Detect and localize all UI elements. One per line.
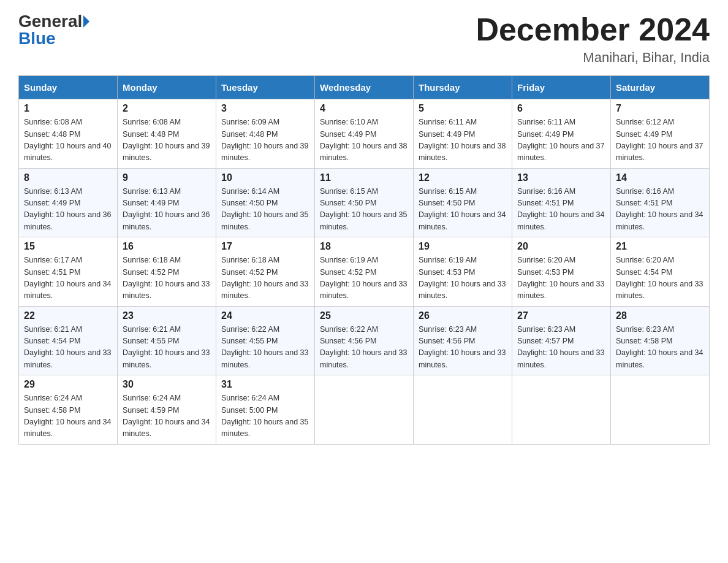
logo-arrow-icon xyxy=(83,15,89,28)
day-info: Sunrise: 6:18 AMSunset: 4:52 PMDaylight:… xyxy=(123,255,211,302)
day-number: 13 xyxy=(517,172,605,183)
day-info: Sunrise: 6:20 AMSunset: 4:54 PMDaylight:… xyxy=(616,255,704,302)
day-number: 27 xyxy=(517,310,605,321)
day-number: 24 xyxy=(221,310,309,321)
day-number: 29 xyxy=(24,379,112,390)
calendar-cell: 12 Sunrise: 6:15 AMSunset: 4:50 PMDaylig… xyxy=(414,168,512,237)
day-info: Sunrise: 6:19 AMSunset: 4:53 PMDaylight:… xyxy=(419,255,507,302)
calendar-cell: 13 Sunrise: 6:16 AMSunset: 4:51 PMDaylig… xyxy=(512,168,611,237)
day-number: 19 xyxy=(419,241,507,252)
day-info: Sunrise: 6:23 AMSunset: 4:58 PMDaylight:… xyxy=(616,324,704,372)
calendar-cell: 21 Sunrise: 6:20 AMSunset: 4:54 PMDaylig… xyxy=(611,237,710,307)
day-number: 22 xyxy=(24,310,112,321)
calendar-cell: 17 Sunrise: 6:18 AMSunset: 4:52 PMDaylig… xyxy=(216,237,315,307)
day-number: 1 xyxy=(24,103,112,114)
calendar-cell: 1 Sunrise: 6:08 AMSunset: 4:48 PMDayligh… xyxy=(19,99,118,169)
calendar-cell: 19 Sunrise: 6:19 AMSunset: 4:53 PMDaylig… xyxy=(414,237,512,307)
weekday-header-monday: Monday xyxy=(118,76,216,99)
calendar-cell xyxy=(315,375,414,445)
day-info: Sunrise: 6:12 AMSunset: 4:49 PMDaylight:… xyxy=(616,117,704,164)
day-info: Sunrise: 6:17 AMSunset: 4:51 PMDaylight:… xyxy=(24,255,112,302)
day-info: Sunrise: 6:15 AMSunset: 4:50 PMDaylight:… xyxy=(419,186,507,234)
calendar-cell: 11 Sunrise: 6:15 AMSunset: 4:50 PMDaylig… xyxy=(315,168,414,237)
calendar-cell: 31 Sunrise: 6:24 AMSunset: 5:00 PMDaylig… xyxy=(216,375,315,445)
day-info: Sunrise: 6:21 AMSunset: 4:55 PMDaylight:… xyxy=(123,324,211,372)
day-number: 28 xyxy=(616,310,704,321)
logo-text-blue: Blue xyxy=(18,29,56,48)
day-info: Sunrise: 6:13 AMSunset: 4:49 PMDaylight:… xyxy=(24,186,112,234)
day-number: 23 xyxy=(123,310,211,321)
calendar-cell: 9 Sunrise: 6:13 AMSunset: 4:49 PMDayligh… xyxy=(118,168,216,237)
day-info: Sunrise: 6:20 AMSunset: 4:53 PMDaylight:… xyxy=(517,255,605,302)
calendar-cell: 29 Sunrise: 6:24 AMSunset: 4:58 PMDaylig… xyxy=(19,375,118,445)
page-header: General Blue December 2024 Manihari, Bih… xyxy=(18,12,710,66)
month-title: December 2024 xyxy=(476,12,710,47)
calendar-cell: 24 Sunrise: 6:22 AMSunset: 4:55 PMDaylig… xyxy=(216,306,315,375)
day-info: Sunrise: 6:24 AMSunset: 4:59 PMDaylight:… xyxy=(123,393,211,440)
day-info: Sunrise: 6:18 AMSunset: 4:52 PMDaylight:… xyxy=(221,255,309,302)
day-number: 8 xyxy=(24,172,112,183)
calendar-cell: 22 Sunrise: 6:21 AMSunset: 4:54 PMDaylig… xyxy=(19,306,118,375)
day-number: 21 xyxy=(616,241,704,252)
calendar-cell: 25 Sunrise: 6:22 AMSunset: 4:56 PMDaylig… xyxy=(315,306,414,375)
day-info: Sunrise: 6:08 AMSunset: 4:48 PMDaylight:… xyxy=(24,117,112,164)
calendar-cell: 14 Sunrise: 6:16 AMSunset: 4:51 PMDaylig… xyxy=(611,168,710,237)
day-number: 31 xyxy=(221,379,309,390)
day-number: 18 xyxy=(320,241,408,252)
day-info: Sunrise: 6:15 AMSunset: 4:50 PMDaylight:… xyxy=(320,186,408,234)
day-number: 15 xyxy=(24,241,112,252)
logo: General Blue xyxy=(18,12,89,48)
day-info: Sunrise: 6:16 AMSunset: 4:51 PMDaylight:… xyxy=(616,186,704,234)
calendar-cell: 20 Sunrise: 6:20 AMSunset: 4:53 PMDaylig… xyxy=(512,237,611,307)
calendar-cell: 6 Sunrise: 6:11 AMSunset: 4:49 PMDayligh… xyxy=(512,99,611,169)
day-number: 14 xyxy=(616,172,704,183)
day-number: 17 xyxy=(221,241,309,252)
calendar-cell: 7 Sunrise: 6:12 AMSunset: 4:49 PMDayligh… xyxy=(611,99,710,169)
day-number: 4 xyxy=(320,103,408,114)
weekday-header-thursday: Thursday xyxy=(414,76,512,99)
calendar-cell: 27 Sunrise: 6:23 AMSunset: 4:57 PMDaylig… xyxy=(512,306,611,375)
day-info: Sunrise: 6:22 AMSunset: 4:55 PMDaylight:… xyxy=(221,324,309,372)
day-number: 30 xyxy=(123,379,211,390)
calendar-cell: 26 Sunrise: 6:23 AMSunset: 4:56 PMDaylig… xyxy=(414,306,512,375)
calendar-table: SundayMondayTuesdayWednesdayThursdayFrid… xyxy=(18,75,710,445)
calendar-week-row: 1 Sunrise: 6:08 AMSunset: 4:48 PMDayligh… xyxy=(19,99,710,169)
weekday-header-sunday: Sunday xyxy=(19,76,118,99)
calendar-cell xyxy=(414,375,512,445)
day-number: 3 xyxy=(221,103,309,114)
location-title: Manihari, Bihar, India xyxy=(476,50,710,66)
calendar-cell xyxy=(512,375,611,445)
day-number: 25 xyxy=(320,310,408,321)
calendar-cell: 28 Sunrise: 6:23 AMSunset: 4:58 PMDaylig… xyxy=(611,306,710,375)
weekday-header-saturday: Saturday xyxy=(611,76,710,99)
calendar-week-row: 8 Sunrise: 6:13 AMSunset: 4:49 PMDayligh… xyxy=(19,168,710,237)
day-number: 5 xyxy=(419,103,507,114)
calendar-cell: 23 Sunrise: 6:21 AMSunset: 4:55 PMDaylig… xyxy=(118,306,216,375)
calendar-cell xyxy=(611,375,710,445)
day-number: 26 xyxy=(419,310,507,321)
day-info: Sunrise: 6:13 AMSunset: 4:49 PMDaylight:… xyxy=(123,186,211,234)
weekday-header-tuesday: Tuesday xyxy=(216,76,315,99)
title-block: December 2024 Manihari, Bihar, India xyxy=(476,12,710,66)
calendar-header-row: SundayMondayTuesdayWednesdayThursdayFrid… xyxy=(19,76,710,99)
day-info: Sunrise: 6:23 AMSunset: 4:56 PMDaylight:… xyxy=(419,324,507,372)
day-number: 20 xyxy=(517,241,605,252)
day-info: Sunrise: 6:21 AMSunset: 4:54 PMDaylight:… xyxy=(24,324,112,372)
calendar-cell: 15 Sunrise: 6:17 AMSunset: 4:51 PMDaylig… xyxy=(19,237,118,307)
day-info: Sunrise: 6:24 AMSunset: 4:58 PMDaylight:… xyxy=(24,393,112,440)
calendar-week-row: 15 Sunrise: 6:17 AMSunset: 4:51 PMDaylig… xyxy=(19,237,710,307)
day-number: 11 xyxy=(320,172,408,183)
calendar-cell: 10 Sunrise: 6:14 AMSunset: 4:50 PMDaylig… xyxy=(216,168,315,237)
day-info: Sunrise: 6:10 AMSunset: 4:49 PMDaylight:… xyxy=(320,117,408,164)
day-info: Sunrise: 6:24 AMSunset: 5:00 PMDaylight:… xyxy=(221,393,309,440)
calendar-week-row: 29 Sunrise: 6:24 AMSunset: 4:58 PMDaylig… xyxy=(19,375,710,445)
calendar-cell: 30 Sunrise: 6:24 AMSunset: 4:59 PMDaylig… xyxy=(118,375,216,445)
day-info: Sunrise: 6:23 AMSunset: 4:57 PMDaylight:… xyxy=(517,324,605,372)
calendar-cell: 18 Sunrise: 6:19 AMSunset: 4:52 PMDaylig… xyxy=(315,237,414,307)
day-number: 2 xyxy=(123,103,211,114)
day-info: Sunrise: 6:22 AMSunset: 4:56 PMDaylight:… xyxy=(320,324,408,372)
calendar-cell: 4 Sunrise: 6:10 AMSunset: 4:49 PMDayligh… xyxy=(315,99,414,169)
calendar-week-row: 22 Sunrise: 6:21 AMSunset: 4:54 PMDaylig… xyxy=(19,306,710,375)
day-info: Sunrise: 6:16 AMSunset: 4:51 PMDaylight:… xyxy=(517,186,605,234)
day-number: 7 xyxy=(616,103,704,114)
